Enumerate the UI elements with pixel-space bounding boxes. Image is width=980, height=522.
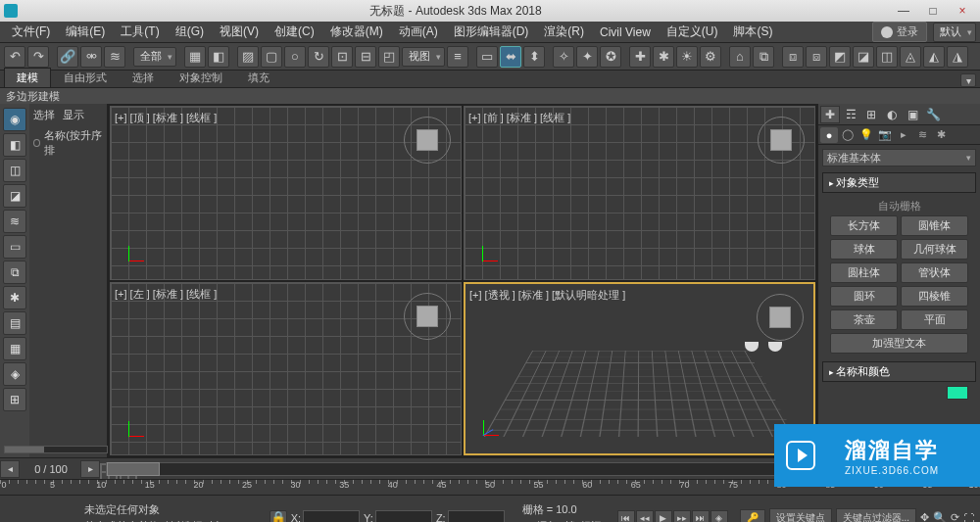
viewcube[interactable] [760,298,800,337]
scene-name-header[interactable]: 名称(按升序排 [33,128,103,158]
filter-helpers-icon[interactable]: ▭ [3,235,26,259]
time-slider-thumb[interactable] [107,462,160,476]
menu-grapheditors[interactable]: 图形编辑器(D) [446,22,537,42]
link-button[interactable]: 🔗 [57,46,78,68]
nav-zoom-button[interactable]: 🔍 [933,511,947,522]
tool-icon[interactable]: ↻ [308,46,329,68]
tool-icon[interactable]: ✧ [553,46,574,68]
systems-icon[interactable]: ✱ [932,127,950,143]
helpers-icon[interactable]: ▸ [895,127,912,143]
lock-selection-icon[interactable]: 🔒 [270,510,287,523]
undo-button[interactable]: ↶ [4,46,25,68]
scale-tool[interactable]: ⬍ [523,46,545,68]
tool-icon[interactable]: ✱ [653,46,674,68]
viewport-front[interactable]: [+] [前 ] [标准 ] [线框 ] [464,106,815,280]
spacewarps-icon[interactable]: ≋ [913,127,931,143]
tool-icon[interactable]: ◪ [853,46,874,68]
scene-tab-select[interactable]: 选择 [33,108,55,122]
tool-icon[interactable]: ☀ [676,46,698,68]
tool-icon[interactable]: ⊟ [355,46,376,68]
goto-end-button[interactable]: ⏭ [692,510,710,523]
tool-icon[interactable]: ◧ [208,46,229,68]
close-button[interactable]: × [949,2,976,20]
viewport-top[interactable]: [+] [顶 ] [标准 ] [线框 ] [110,106,462,280]
viewport-label[interactable]: [+] [顶 ] [标准 ] [线框 ] [115,111,217,125]
key-filters-button[interactable]: 关键点过滤器... [836,508,916,523]
menu-tools[interactable]: 工具(T) [113,22,167,42]
tool-icon[interactable]: ▢ [261,46,282,68]
menu-animation[interactable]: 动画(A) [391,22,446,42]
modify-tab-icon[interactable]: ☶ [841,106,860,123]
x-input[interactable] [303,510,360,523]
viewport-label[interactable]: [+] [左 ] [标准 ] [线框 ] [115,287,217,302]
ribbon-tab-freeform[interactable]: 自由形式 [51,68,120,87]
timeline-left-button[interactable]: ◂ [0,460,20,478]
primitive-type-dropdown[interactable]: 标准基本体 [822,149,976,166]
create-textplus-button[interactable]: 加强型文本 [830,333,968,354]
tool-icon[interactable]: ✦ [576,46,598,68]
ribbon-tab-populate[interactable]: 填充 [235,68,282,87]
create-pyramid-button[interactable]: 四棱锥 [901,286,968,307]
create-torus-button[interactable]: 圆环 [830,286,898,307]
rotate-tool[interactable]: ⬌ [500,46,521,68]
goto-start-button[interactable]: ⏮ [617,510,635,523]
filter-bone-icon[interactable]: ✱ [3,286,26,309]
tool-icon[interactable]: ▦ [184,46,206,68]
play-button[interactable]: ▶ [655,510,672,523]
menu-group[interactable]: 组(G) [168,22,212,42]
workspace-dropdown[interactable]: 默认 [933,23,976,42]
hierarchy-tab-icon[interactable]: ⊞ [861,106,881,123]
filter-xref-icon[interactable]: ⊞ [3,388,26,411]
z-input[interactable] [448,510,505,523]
create-box-button[interactable]: 长方体 [830,215,898,236]
filter-cameras-icon[interactable]: ≋ [3,210,26,233]
nav-pan-button[interactable]: ✥ [920,511,929,522]
bind-button[interactable]: ≋ [104,46,125,68]
create-cone-button[interactable]: 圆锥体 [901,215,968,236]
scene-explorer-scrollbar[interactable] [4,446,108,453]
filter-geometry-icon[interactable]: ◧ [3,133,26,157]
display-tab-icon[interactable]: ▣ [903,106,922,123]
viewcube[interactable] [408,297,447,336]
menu-customize[interactable]: 自定义(U) [659,22,726,42]
utilities-tab-icon[interactable]: 🔧 [923,106,943,123]
prev-frame-button[interactable]: ◂◂ [636,510,654,523]
key-mode-button[interactable]: ◈ [710,510,728,523]
tool-icon[interactable]: ◰ [378,46,400,68]
menu-modifiers[interactable]: 修改器(M) [322,22,391,42]
ribbon-tab-selection[interactable]: 选择 [120,68,167,87]
menu-rendering[interactable]: 渲染(R) [536,22,592,42]
tool-icon[interactable]: ◭ [923,46,945,68]
tool-icon[interactable]: ≡ [447,46,468,68]
add-time-tag-label[interactable]: 添加时间标记 [537,519,602,523]
minimize-button[interactable]: — [890,2,917,20]
menu-edit[interactable]: 编辑(E) [58,22,113,42]
menu-file[interactable]: 文件(F) [4,22,58,42]
viewport-perspective[interactable]: [+] [透视 ] [标准 ] [默认明暗处理 ] [464,282,815,456]
shapes-icon[interactable]: ◯ [839,127,857,143]
next-frame-button[interactable]: ▸▸ [673,510,691,523]
selection-filter-dropdown[interactable]: 全部 [133,47,176,67]
menu-civilview[interactable]: Civil View [592,24,659,41]
rollout-name-color[interactable]: 名称和颜色 [822,361,976,382]
y-input[interactable] [375,510,432,523]
filter-all-icon[interactable]: ◉ [3,108,26,131]
rollout-object-type[interactable]: 对象类型 [822,172,976,193]
cameras-icon[interactable]: 📷 [876,127,894,143]
login-button[interactable]: 登录 [872,22,927,42]
create-teapot-button[interactable]: 茶壶 [830,309,898,330]
nav-maximize-button[interactable]: ⛶ [963,512,974,523]
set-key-button[interactable]: 设置关键点 [769,508,832,523]
viewport-label[interactable]: [+] [前 ] [标准 ] [线框 ] [468,111,570,125]
tool-icon[interactable]: ⧇ [806,46,827,68]
tool-icon[interactable]: ⌂ [729,46,751,68]
tool-icon[interactable]: ◬ [900,46,921,68]
menu-create[interactable]: 创建(C) [267,22,322,42]
filter-spacewarps-icon[interactable]: ⧉ [3,261,26,284]
tool-icon[interactable]: ⧉ [753,46,774,68]
tool-icon[interactable]: ◩ [829,46,851,68]
tool-icon[interactable]: ⧈ [782,46,804,68]
create-sphere-button[interactable]: 球体 [830,239,898,260]
viewcube[interactable] [408,120,447,160]
redo-button[interactable]: ↷ [27,46,49,68]
